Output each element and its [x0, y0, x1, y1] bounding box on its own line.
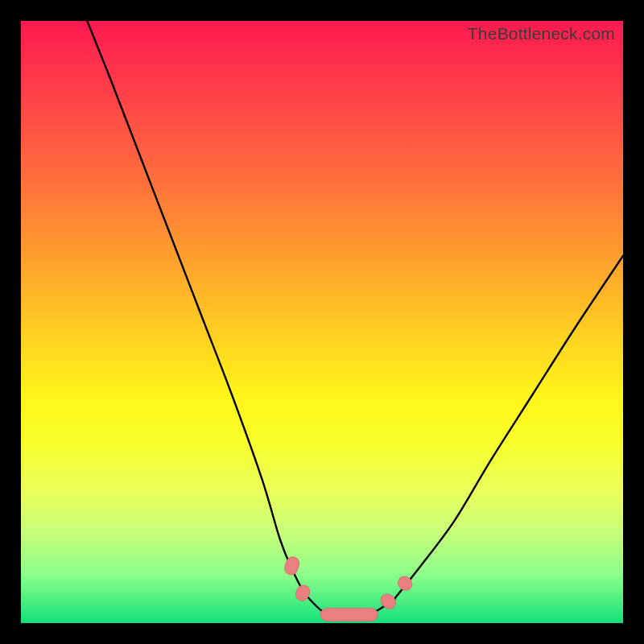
curve-path — [87, 21, 623, 617]
plot-area: TheBottleneck.com — [21, 21, 623, 623]
highlight-marker — [320, 609, 378, 621]
chart-frame: TheBottleneck.com — [0, 0, 644, 644]
bottleneck-curve — [21, 21, 623, 623]
watermark-text: TheBottleneck.com — [468, 24, 615, 43]
highlight-marker — [283, 555, 301, 576]
